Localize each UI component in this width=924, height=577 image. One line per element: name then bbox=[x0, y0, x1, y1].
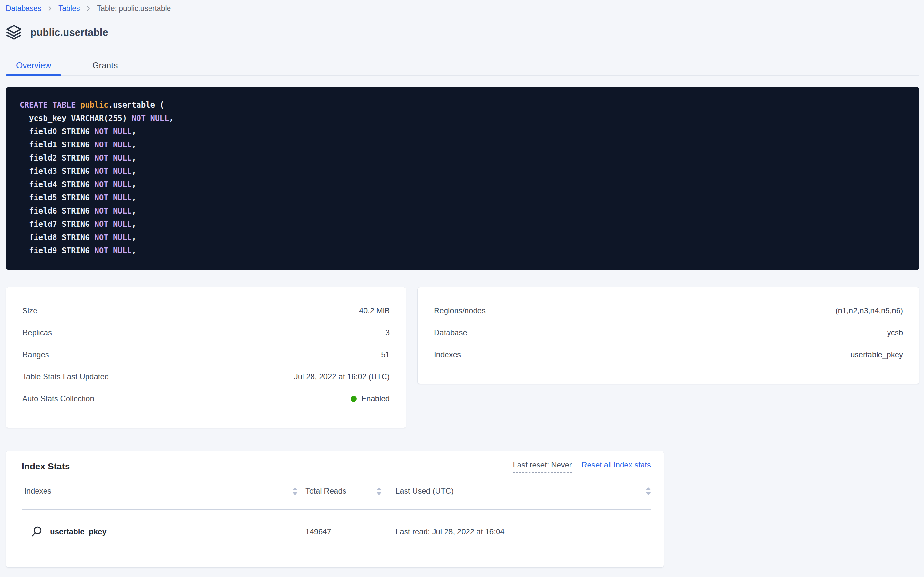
index-stats-actions: Last reset: Never Reset all index stats bbox=[513, 460, 651, 473]
reset-all-index-stats-link[interactable]: Reset all index stats bbox=[582, 460, 651, 469]
stat-value: 3 bbox=[386, 328, 390, 337]
chevron-right-icon bbox=[85, 6, 91, 11]
stat-label: Replicas bbox=[22, 328, 386, 337]
sort-desc-arrow bbox=[376, 492, 382, 495]
stat-row: Ranges51 bbox=[22, 344, 390, 366]
table-layers-icon bbox=[6, 24, 22, 41]
index-stats-title: Index Stats bbox=[22, 460, 70, 473]
chevron-right-icon bbox=[47, 6, 53, 11]
sort-asc-arrow bbox=[376, 487, 382, 490]
stat-row: Databaseycsb bbox=[434, 322, 903, 344]
stat-row: Table Stats Last UpdatedJul 28, 2022 at … bbox=[22, 366, 390, 388]
tab-bar: OverviewGrants bbox=[6, 56, 919, 76]
status-dot-green bbox=[350, 396, 357, 402]
sql-code-line: field8 STRING NOT NULL, bbox=[20, 231, 913, 244]
magnifier-icon bbox=[31, 526, 42, 538]
stat-label: Size bbox=[22, 306, 359, 315]
total-reads-cell: 149647 bbox=[298, 527, 382, 536]
stat-row: Size40.2 MiB bbox=[22, 300, 390, 322]
stat-value: 40.2 MiB bbox=[359, 306, 390, 315]
column-header-last-used-utc-[interactable]: Last Used (UTC) bbox=[382, 487, 651, 496]
sql-code-line: field2 STRING NOT NULL, bbox=[20, 152, 913, 165]
column-header-label: Last Used (UTC) bbox=[395, 487, 453, 496]
stat-label: Table Stats Last Updated bbox=[22, 372, 294, 381]
index-stats-row: usertable_pkey149647Last read: Jul 28, 2… bbox=[22, 510, 651, 554]
table-details-page: DatabasesTablesTable: public.usertable p… bbox=[0, 0, 924, 567]
column-header-total-reads[interactable]: Total Reads bbox=[298, 487, 382, 496]
last-used-cell: Last read: Jul 28, 2022 at 16:04 bbox=[382, 527, 651, 536]
last-reset-label[interactable]: Last reset: Never bbox=[513, 460, 572, 473]
column-header-indexes[interactable]: Indexes bbox=[22, 487, 298, 496]
sql-code-line: field3 STRING NOT NULL, bbox=[20, 165, 913, 178]
index-stats-card: Index Stats Last reset: Never Reset all … bbox=[6, 451, 664, 567]
tab-overview[interactable]: Overview bbox=[6, 56, 61, 75]
index-stats-table-header: IndexesTotal ReadsLast Used (UTC) bbox=[22, 473, 651, 510]
page-title: public.usertable bbox=[31, 27, 108, 39]
stat-label: Indexes bbox=[434, 350, 850, 359]
stat-label: Ranges bbox=[22, 350, 381, 359]
stat-label: Auto Stats Collection bbox=[22, 394, 350, 403]
sort-asc-arrow bbox=[292, 487, 298, 490]
sql-code-line: field9 STRING NOT NULL, bbox=[20, 244, 913, 258]
index-stats-table: IndexesTotal ReadsLast Used (UTC) userta… bbox=[22, 473, 651, 554]
sql-code-line: field6 STRING NOT NULL, bbox=[20, 205, 913, 218]
sql-code-line: field5 STRING NOT NULL, bbox=[20, 191, 913, 205]
sort-icon[interactable] bbox=[376, 487, 382, 495]
sql-code-line: ycsb_key VARCHAR(255) NOT NULL, bbox=[20, 112, 913, 125]
index-name-cell[interactable]: usertable_pkey bbox=[22, 526, 298, 538]
stat-value: ycsb bbox=[887, 328, 903, 337]
create-table-sql-box: CREATE TABLE public.usertable ( ycsb_key… bbox=[6, 87, 919, 270]
breadcrumb-item-databases[interactable]: Databases bbox=[6, 4, 41, 13]
sql-code-line: field1 STRING NOT NULL, bbox=[20, 138, 913, 152]
breadcrumb-item-tables[interactable]: Tables bbox=[58, 4, 80, 13]
sort-desc-arrow bbox=[292, 492, 298, 495]
sort-icon[interactable] bbox=[292, 487, 298, 495]
index-stats-table-body: usertable_pkey149647Last read: Jul 28, 2… bbox=[22, 510, 651, 554]
table-info-card: Regions/nodes(n1,n2,n3,n4,n5,n6)Database… bbox=[418, 287, 919, 384]
index-stats-header: Index Stats Last reset: Never Reset all … bbox=[6, 451, 664, 473]
column-header-label: Indexes bbox=[24, 487, 51, 496]
sort-asc-arrow bbox=[646, 487, 651, 490]
sql-code-line: field7 STRING NOT NULL, bbox=[20, 218, 913, 231]
stat-value: Jul 28, 2022 at 16:02 (UTC) bbox=[294, 372, 390, 381]
sql-code-line: field0 STRING NOT NULL, bbox=[20, 125, 913, 138]
stat-row: Indexesusertable_pkey bbox=[434, 344, 903, 366]
stat-row: Replicas3 bbox=[22, 322, 390, 344]
page-title-bar: public.usertable bbox=[6, 24, 919, 41]
sql-code-line: field4 STRING NOT NULL, bbox=[20, 178, 913, 191]
stat-value: Enabled bbox=[350, 394, 390, 403]
table-stats-card: Size40.2 MiBReplicas3Ranges51Table Stats… bbox=[6, 287, 406, 428]
sort-desc-arrow bbox=[646, 492, 651, 495]
stat-row: Regions/nodes(n1,n2,n3,n4,n5,n6) bbox=[434, 300, 903, 322]
stat-label: Database bbox=[434, 328, 887, 337]
stat-value: 51 bbox=[381, 350, 390, 359]
sort-icon[interactable] bbox=[646, 487, 651, 495]
stat-label: Regions/nodes bbox=[434, 306, 836, 315]
stat-row: Auto Stats CollectionEnabled bbox=[22, 388, 390, 409]
breadcrumb: DatabasesTablesTable: public.usertable bbox=[6, 0, 919, 12]
index-name-link[interactable]: usertable_pkey bbox=[50, 527, 106, 536]
stat-value: usertable_pkey bbox=[850, 350, 903, 359]
breadcrumb-item-table-public-usertable: Table: public.usertable bbox=[97, 4, 171, 13]
stat-value: (n1,n2,n3,n4,n5,n6) bbox=[836, 306, 903, 315]
tab-grants[interactable]: Grants bbox=[82, 56, 128, 75]
column-header-label: Total Reads bbox=[305, 487, 346, 496]
overview-cards-row: Size40.2 MiBReplicas3Ranges51Table Stats… bbox=[6, 287, 919, 428]
sql-code-line: CREATE TABLE public.usertable ( bbox=[20, 98, 913, 112]
